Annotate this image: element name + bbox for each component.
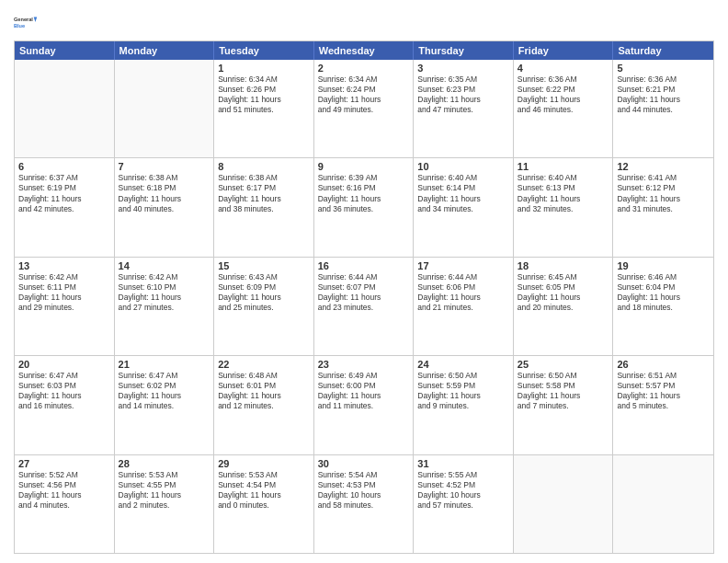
day-info: Sunrise: 6:51 AM Sunset: 5:57 PM Dayligh… — [617, 371, 710, 411]
day-cell: 11Sunrise: 6:40 AM Sunset: 6:13 PM Dayli… — [514, 158, 614, 256]
day-number: 14 — [119, 260, 210, 271]
day-number: 4 — [518, 63, 609, 74]
day-cell — [15, 60, 115, 157]
week-row-1: 1Sunrise: 6:34 AM Sunset: 6:26 PM Daylig… — [15, 60, 713, 158]
day-cell — [514, 455, 614, 553]
week-row-5: 27Sunrise: 5:52 AM Sunset: 4:56 PM Dayli… — [15, 455, 713, 553]
day-cell: 13Sunrise: 6:42 AM Sunset: 6:11 PM Dayli… — [15, 258, 115, 355]
day-info: Sunrise: 5:55 AM Sunset: 4:52 PM Dayligh… — [417, 470, 509, 511]
day-header-sunday: Sunday — [15, 41, 115, 60]
day-info: Sunrise: 6:37 AM Sunset: 6:19 PM Dayligh… — [18, 173, 110, 213]
day-info: Sunrise: 6:48 AM Sunset: 6:01 PM Dayligh… — [218, 371, 310, 411]
calendar: SundayMondayTuesdayWednesdayThursdayFrid… — [14, 40, 714, 554]
day-number: 28 — [119, 458, 210, 469]
day-cell: 23Sunrise: 6:49 AM Sunset: 6:00 PM Dayli… — [314, 356, 415, 454]
day-cell: 31Sunrise: 5:55 AM Sunset: 4:52 PM Dayli… — [414, 455, 514, 553]
day-cell: 28Sunrise: 5:53 AM Sunset: 4:55 PM Dayli… — [115, 455, 215, 553]
day-cell: 26Sunrise: 6:51 AM Sunset: 5:57 PM Dayli… — [613, 356, 713, 454]
day-number: 23 — [318, 359, 410, 370]
day-cell — [115, 60, 215, 157]
day-cell: 17Sunrise: 6:44 AM Sunset: 6:06 PM Dayli… — [414, 258, 514, 355]
day-number: 31 — [417, 458, 509, 469]
svg-text:General: General — [14, 17, 33, 22]
day-number: 12 — [617, 161, 710, 172]
page-container: GeneralBlue SundayMondayTuesdayWednesday… — [0, 0, 728, 563]
weeks-container: 1Sunrise: 6:34 AM Sunset: 6:26 PM Daylig… — [15, 60, 713, 553]
day-info: Sunrise: 6:50 AM Sunset: 5:59 PM Dayligh… — [417, 371, 509, 411]
day-info: Sunrise: 6:49 AM Sunset: 6:00 PM Dayligh… — [318, 371, 410, 411]
day-cell: 29Sunrise: 5:53 AM Sunset: 4:54 PM Dayli… — [214, 455, 314, 553]
day-number: 1 — [218, 63, 310, 74]
day-number: 9 — [318, 161, 410, 172]
day-cell: 4Sunrise: 6:36 AM Sunset: 6:22 PM Daylig… — [514, 60, 614, 157]
day-number: 11 — [518, 161, 609, 172]
day-info: Sunrise: 6:46 AM Sunset: 6:04 PM Dayligh… — [617, 272, 710, 313]
day-cell: 20Sunrise: 6:47 AM Sunset: 6:03 PM Dayli… — [15, 356, 115, 454]
day-info: Sunrise: 6:39 AM Sunset: 6:16 PM Dayligh… — [318, 173, 410, 213]
week-row-4: 20Sunrise: 6:47 AM Sunset: 6:03 PM Dayli… — [15, 356, 713, 454]
day-cell: 18Sunrise: 6:45 AM Sunset: 6:05 PM Dayli… — [514, 258, 614, 355]
day-info: Sunrise: 6:43 AM Sunset: 6:09 PM Dayligh… — [218, 272, 310, 313]
day-info: Sunrise: 6:40 AM Sunset: 6:14 PM Dayligh… — [417, 173, 509, 213]
day-info: Sunrise: 6:47 AM Sunset: 6:03 PM Dayligh… — [18, 371, 110, 411]
day-info: Sunrise: 6:45 AM Sunset: 6:05 PM Dayligh… — [518, 272, 609, 313]
day-header-saturday: Saturday — [613, 41, 713, 60]
day-cell — [613, 455, 713, 553]
day-info: Sunrise: 5:53 AM Sunset: 4:54 PM Dayligh… — [218, 470, 310, 511]
page-header: GeneralBlue — [14, 9, 714, 35]
logo: GeneralBlue — [14, 9, 40, 35]
day-number: 22 — [218, 359, 310, 370]
day-header-thursday: Thursday — [414, 41, 514, 60]
svg-marker-2 — [34, 17, 38, 22]
day-number: 8 — [218, 161, 310, 172]
day-number: 20 — [18, 359, 110, 370]
day-info: Sunrise: 5:52 AM Sunset: 4:56 PM Dayligh… — [18, 470, 110, 511]
day-number: 2 — [318, 63, 410, 74]
day-cell: 27Sunrise: 5:52 AM Sunset: 4:56 PM Dayli… — [15, 455, 115, 553]
day-cell: 9Sunrise: 6:39 AM Sunset: 6:16 PM Daylig… — [314, 158, 415, 256]
day-cell: 14Sunrise: 6:42 AM Sunset: 6:10 PM Dayli… — [115, 258, 215, 355]
day-info: Sunrise: 6:40 AM Sunset: 6:13 PM Dayligh… — [518, 173, 609, 213]
day-number: 17 — [417, 260, 509, 271]
day-number: 3 — [417, 63, 509, 74]
day-number: 18 — [518, 260, 609, 271]
day-number: 25 — [518, 359, 609, 370]
day-info: Sunrise: 6:42 AM Sunset: 6:10 PM Dayligh… — [119, 272, 210, 313]
day-number: 5 — [617, 63, 710, 74]
day-info: Sunrise: 6:35 AM Sunset: 6:23 PM Dayligh… — [417, 75, 509, 115]
day-number: 29 — [218, 458, 310, 469]
day-info: Sunrise: 6:36 AM Sunset: 6:22 PM Dayligh… — [518, 75, 609, 115]
day-number: 19 — [617, 260, 710, 271]
day-number: 24 — [417, 359, 509, 370]
svg-text:Blue: Blue — [14, 23, 25, 29]
day-info: Sunrise: 6:36 AM Sunset: 6:21 PM Dayligh… — [617, 75, 710, 115]
day-info: Sunrise: 6:38 AM Sunset: 6:17 PM Dayligh… — [218, 173, 310, 213]
day-number: 27 — [18, 458, 110, 469]
day-cell: 8Sunrise: 6:38 AM Sunset: 6:17 PM Daylig… — [214, 158, 314, 256]
day-header-monday: Monday — [115, 41, 215, 60]
week-row-3: 13Sunrise: 6:42 AM Sunset: 6:11 PM Dayli… — [15, 258, 713, 356]
day-cell: 3Sunrise: 6:35 AM Sunset: 6:23 PM Daylig… — [414, 60, 514, 157]
logo-icon: GeneralBlue — [14, 9, 40, 35]
day-cell: 12Sunrise: 6:41 AM Sunset: 6:12 PM Dayli… — [613, 158, 713, 256]
day-info: Sunrise: 6:42 AM Sunset: 6:11 PM Dayligh… — [18, 272, 110, 313]
day-info: Sunrise: 6:34 AM Sunset: 6:24 PM Dayligh… — [318, 75, 410, 115]
day-headers-row: SundayMondayTuesdayWednesdayThursdayFrid… — [15, 41, 713, 60]
day-number: 13 — [18, 260, 110, 271]
day-info: Sunrise: 6:41 AM Sunset: 6:12 PM Dayligh… — [617, 173, 710, 213]
day-number: 30 — [318, 458, 410, 469]
week-row-2: 6Sunrise: 6:37 AM Sunset: 6:19 PM Daylig… — [15, 158, 713, 257]
day-number: 26 — [617, 359, 710, 370]
day-cell: 25Sunrise: 6:50 AM Sunset: 5:58 PM Dayli… — [514, 356, 614, 454]
day-cell: 19Sunrise: 6:46 AM Sunset: 6:04 PM Dayli… — [613, 258, 713, 355]
day-number: 10 — [417, 161, 509, 172]
day-cell: 2Sunrise: 6:34 AM Sunset: 6:24 PM Daylig… — [314, 60, 415, 157]
day-info: Sunrise: 5:54 AM Sunset: 4:53 PM Dayligh… — [318, 470, 410, 511]
day-cell: 22Sunrise: 6:48 AM Sunset: 6:01 PM Dayli… — [214, 356, 314, 454]
day-number: 6 — [18, 161, 110, 172]
day-cell: 6Sunrise: 6:37 AM Sunset: 6:19 PM Daylig… — [15, 158, 115, 256]
day-cell: 1Sunrise: 6:34 AM Sunset: 6:26 PM Daylig… — [214, 60, 314, 157]
day-number: 16 — [318, 260, 410, 271]
day-cell: 30Sunrise: 5:54 AM Sunset: 4:53 PM Dayli… — [314, 455, 415, 553]
day-number: 7 — [119, 161, 210, 172]
